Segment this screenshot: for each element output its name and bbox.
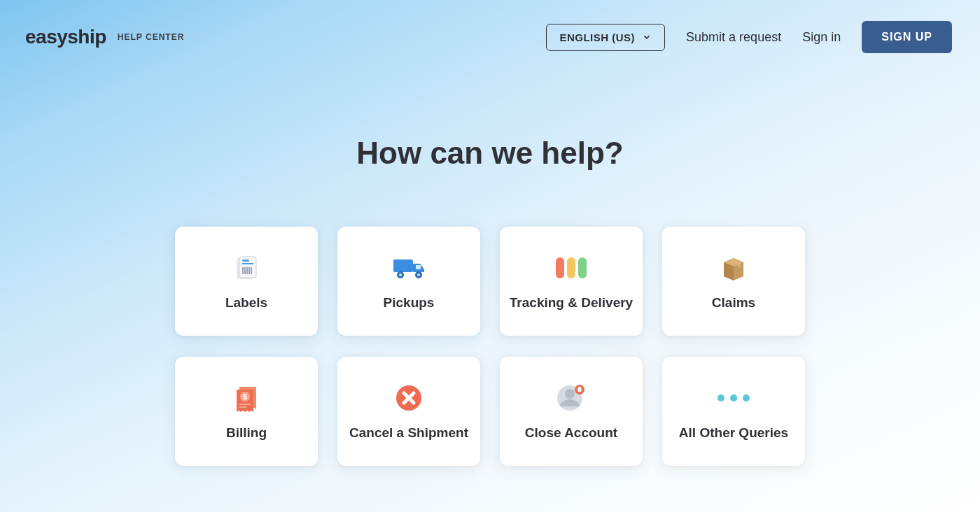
hero: How can we help? [0, 136, 980, 171]
card-cancel-shipment[interactable]: Cancel a Shipment [337, 357, 480, 466]
card-tracking-delivery[interactable]: Tracking & Delivery [500, 227, 643, 336]
svg-rect-24 [578, 387, 581, 388]
svg-rect-2 [242, 259, 249, 262]
svg-rect-7 [248, 267, 250, 274]
svg-rect-5 [244, 267, 246, 274]
svg-text:$: $ [243, 393, 247, 401]
page-title: How can we help? [0, 136, 980, 171]
submit-request-link[interactable]: Submit a request [686, 30, 781, 45]
svg-rect-10 [416, 265, 421, 269]
card-billing[interactable]: $ Billing [175, 357, 318, 466]
card-pickups[interactable]: Pickups [337, 227, 480, 336]
logo-group: easyship HELP CENTER [25, 26, 184, 48]
card-label: Tracking & Delivery [510, 294, 633, 312]
dot-icon [730, 394, 737, 401]
svg-rect-4 [242, 267, 244, 274]
help-center-label: HELP CENTER [118, 32, 184, 42]
card-all-other-queries[interactable]: All Other Queries [662, 357, 805, 466]
account-icon [554, 381, 588, 415]
box-icon [718, 251, 749, 285]
sign-in-link[interactable]: Sign in [802, 30, 841, 45]
card-label: Close Account [525, 425, 617, 442]
brand-logo[interactable]: easyship [25, 26, 106, 48]
pill-icon [567, 257, 575, 278]
svg-point-14 [417, 273, 420, 276]
svg-rect-9 [393, 259, 413, 272]
card-label: Pickups [384, 294, 435, 312]
card-label: All Other Queries [679, 425, 788, 442]
category-grid: Labels Pickups Tracking & Delivery [175, 227, 805, 466]
sign-up-button[interactable]: SIGN UP [862, 21, 952, 53]
pill-icon [578, 257, 587, 278]
card-label: Billing [226, 425, 267, 442]
pill-icon [556, 257, 564, 278]
ellipsis-icon [718, 381, 750, 415]
labels-icon [231, 251, 262, 285]
card-label: Cancel a Shipment [349, 425, 468, 442]
dot-icon [743, 394, 750, 401]
language-value: ENGLISH (US) [559, 31, 635, 43]
svg-point-21 [565, 389, 575, 399]
svg-rect-3 [242, 263, 253, 264]
top-nav: ENGLISH (US) Submit a request Sign in SI… [546, 21, 952, 53]
svg-rect-18 [239, 406, 246, 408]
card-close-account[interactable]: Close Account [500, 357, 643, 466]
svg-rect-8 [251, 267, 252, 274]
receipt-icon: $ [230, 381, 263, 415]
chevron-down-icon [642, 32, 652, 42]
card-claims[interactable]: Claims [662, 227, 805, 336]
header: easyship HELP CENTER ENGLISH (US) Submit… [0, 0, 980, 53]
svg-rect-17 [239, 404, 251, 405]
tracking-icon [556, 251, 587, 285]
card-label: Claims [712, 294, 755, 312]
card-label: Labels [225, 294, 267, 312]
truck-icon [389, 251, 428, 285]
card-labels[interactable]: Labels [175, 227, 318, 336]
language-selector[interactable]: ENGLISH (US) [546, 24, 665, 51]
dot-icon [718, 394, 724, 401]
svg-rect-6 [246, 267, 248, 274]
cancel-icon [393, 381, 424, 415]
svg-point-12 [399, 273, 402, 276]
